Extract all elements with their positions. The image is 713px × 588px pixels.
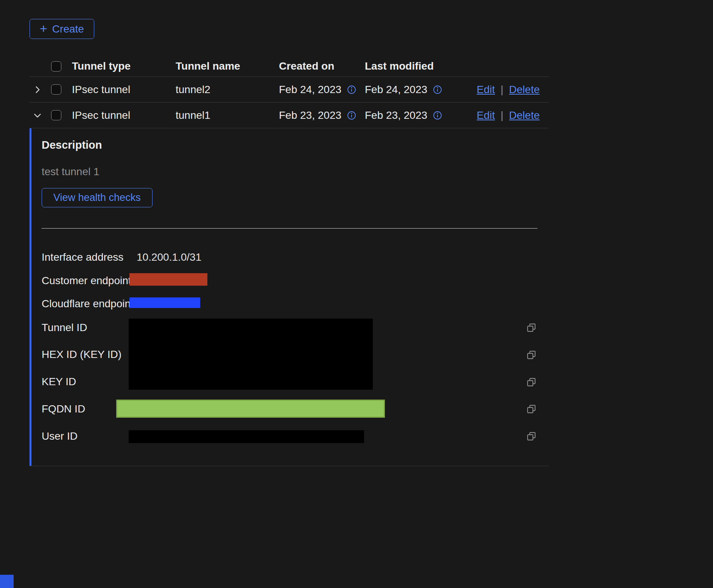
row-actions: Edit | Delete: [463, 84, 549, 96]
create-button[interactable]: + Create: [30, 19, 94, 39]
copy-icon[interactable]: [526, 322, 537, 333]
header-tunnel-name: Tunnel name: [176, 60, 279, 72]
row-checkbox[interactable]: [51, 110, 61, 120]
edit-link[interactable]: Edit: [477, 84, 495, 96]
row-checkbox[interactable]: [51, 84, 61, 95]
customer-endpoint-label: Customer endpoint: [42, 275, 131, 287]
info-icon[interactable]: [433, 85, 442, 94]
tunnel-id-hex-key-redacted-values: [129, 319, 373, 390]
expanded-panel-accent-bar: [30, 128, 31, 466]
copy-icon[interactable]: [526, 377, 537, 387]
copy-icon[interactable]: [526, 350, 537, 360]
created-on-cell: Feb 23, 2023: [279, 109, 365, 121]
description-heading: Description: [42, 139, 102, 151]
view-health-checks-button[interactable]: View health checks: [42, 188, 153, 207]
tunnels-table: Tunnel type Tunnel name Created on Last …: [30, 56, 549, 466]
chevron-down-icon[interactable]: [33, 110, 42, 120]
edit-link[interactable]: Edit: [477, 109, 495, 121]
chevron-right-icon[interactable]: [33, 85, 42, 95]
header-checkbox-cell: [51, 61, 72, 72]
created-on-value: Feb 24, 2023: [279, 84, 341, 96]
action-separator: |: [501, 109, 503, 121]
last-modified-value: Feb 24, 2023: [365, 84, 427, 96]
info-icon[interactable]: [347, 85, 356, 94]
tunnels-page: + Create Tunnel type Tunnel name Created…: [30, 0, 549, 466]
fqdn-id-redacted-value: [116, 400, 385, 418]
plus-icon: +: [40, 22, 47, 35]
created-on-cell: Feb 24, 2023: [279, 84, 365, 96]
hex-id-label: HEX ID (KEY ID): [42, 348, 121, 361]
header-created-on: Created on: [279, 60, 365, 72]
copy-icon[interactable]: [526, 404, 537, 414]
table-header-row: Tunnel type Tunnel name Created on Last …: [30, 56, 549, 77]
user-id-label: User ID: [42, 430, 78, 442]
panel-divider: [42, 228, 537, 229]
cloudflare-endpoint-label: Cloudflare endpoint: [42, 298, 134, 310]
info-icon[interactable]: [433, 111, 442, 120]
create-button-label: Create: [52, 23, 84, 35]
row-actions: Edit | Delete: [463, 109, 549, 121]
copy-icon[interactable]: [526, 431, 537, 442]
tunnel1-expanded-panel: Description test tunnel 1 View health ch…: [30, 128, 549, 466]
tunnel-name-cell: tunnel1: [176, 109, 279, 121]
key-id-label: KEY ID: [42, 376, 76, 388]
tunnel-type-cell: IPsec tunnel: [72, 109, 176, 121]
select-all-checkbox[interactable]: [51, 61, 61, 72]
last-modified-cell: Feb 23, 2023: [365, 109, 463, 121]
last-modified-value: Feb 23, 2023: [365, 109, 427, 121]
fqdn-id-label: FQDN ID: [42, 403, 85, 415]
delete-link[interactable]: Delete: [509, 84, 540, 96]
tunnel-name-cell: tunnel2: [176, 84, 279, 96]
last-modified-cell: Feb 24, 2023: [365, 84, 463, 96]
created-on-value: Feb 23, 2023: [279, 109, 341, 121]
description-text: test tunnel 1: [42, 166, 100, 178]
interface-address-label: Interface address: [42, 251, 123, 263]
action-separator: |: [501, 84, 503, 96]
cloudflare-endpoint-redacted-value: [129, 297, 200, 308]
interface-address-value: 10.200.1.0/31: [137, 251, 201, 263]
table-row-tunnel2: IPsec tunnel tunnel2 Feb 24, 2023 Feb 24…: [30, 77, 549, 103]
tunnel-id-label: Tunnel ID: [42, 322, 87, 334]
user-id-redacted-value: [129, 430, 364, 443]
bottom-left-accent-bar: [0, 575, 14, 588]
info-icon[interactable]: [347, 111, 356, 120]
delete-link[interactable]: Delete: [509, 109, 540, 121]
table-row-tunnel1: IPsec tunnel tunnel1 Feb 23, 2023 Feb 23…: [30, 103, 549, 128]
customer-endpoint-redacted-value: [129, 273, 207, 286]
header-tunnel-type: Tunnel type: [72, 60, 176, 72]
header-last-modified: Last modified: [365, 60, 463, 72]
tunnel-type-cell: IPsec tunnel: [72, 84, 176, 96]
